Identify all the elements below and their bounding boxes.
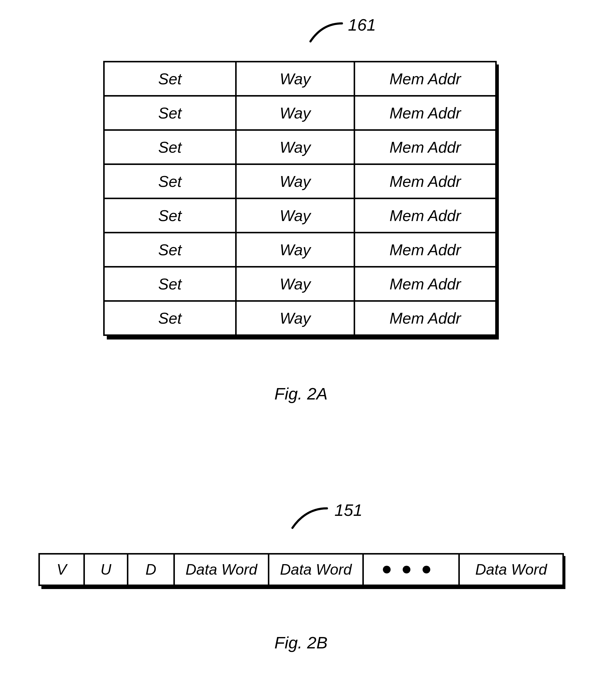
- fig2b-strip: V U D Data Word Data Word ●●● Data Word: [39, 553, 564, 586]
- reference-151-label: 151: [334, 500, 362, 520]
- table-row: Set Way Mem Addr: [104, 267, 496, 301]
- table-row: Set Way Mem Addr: [104, 164, 496, 199]
- cell-way: Way: [236, 267, 354, 301]
- cell-way: Way: [236, 96, 354, 130]
- cell-set: Set: [104, 301, 236, 335]
- table-row: Set Way Mem Addr: [104, 199, 496, 233]
- cell-data-word: Data Word: [459, 554, 563, 585]
- cell-d-bit: D: [128, 554, 174, 585]
- cell-data-word: Data Word: [174, 554, 269, 585]
- table-row: Set Way Mem Addr: [104, 62, 496, 96]
- cell-set: Set: [104, 267, 236, 301]
- table-row: V U D Data Word Data Word ●●● Data Word: [39, 554, 563, 585]
- cell-addr: Mem Addr: [354, 164, 496, 199]
- cell-way: Way: [236, 130, 354, 164]
- cell-addr: Mem Addr: [354, 267, 496, 301]
- cell-data-word: Data Word: [269, 554, 363, 585]
- table-row: Set Way Mem Addr: [104, 96, 496, 130]
- reference-161-label: 161: [348, 15, 376, 34]
- cell-way: Way: [236, 62, 354, 96]
- cell-addr: Mem Addr: [354, 301, 496, 335]
- table-row: Set Way Mem Addr: [104, 130, 496, 164]
- leader-arc-icon: [306, 16, 348, 43]
- cell-set: Set: [104, 62, 236, 96]
- cell-ellipsis: ●●●: [363, 554, 459, 585]
- cell-set: Set: [104, 164, 236, 199]
- fig2a-caption: Fig. 2A: [0, 384, 602, 403]
- fig2b-caption: Fig. 2B: [0, 633, 602, 652]
- cell-addr: Mem Addr: [354, 199, 496, 233]
- cell-addr: Mem Addr: [354, 233, 496, 267]
- reference-151: 151: [288, 501, 378, 531]
- cell-v-bit: V: [39, 554, 84, 585]
- cell-way: Way: [236, 233, 354, 267]
- table-row: Set Way Mem Addr: [104, 301, 496, 335]
- cell-addr: Mem Addr: [354, 130, 496, 164]
- cell-addr: Mem Addr: [354, 96, 496, 130]
- leader-arc-icon: [288, 501, 333, 529]
- page: 161 Set Way Mem Addr Set Way Mem Addr Se…: [0, 0, 602, 700]
- cell-addr: Mem Addr: [354, 62, 496, 96]
- cell-way: Way: [236, 199, 354, 233]
- cell-u-bit: U: [84, 554, 128, 585]
- cell-set: Set: [104, 199, 236, 233]
- cell-way: Way: [236, 301, 354, 335]
- cell-set: Set: [104, 96, 236, 130]
- fig2a-table-wrap: Set Way Mem Addr Set Way Mem Addr Set Wa…: [103, 61, 495, 336]
- cell-way: Way: [236, 164, 354, 199]
- ellipsis-icon: ●●●: [381, 558, 441, 578]
- cell-set: Set: [104, 130, 236, 164]
- table-row: Set Way Mem Addr: [104, 233, 496, 267]
- fig2b-strip-wrap: V U D Data Word Data Word ●●● Data Word: [39, 553, 562, 586]
- reference-161: 161: [306, 16, 396, 46]
- fig2a-table: Set Way Mem Addr Set Way Mem Addr Set Wa…: [103, 61, 497, 336]
- cell-set: Set: [104, 233, 236, 267]
